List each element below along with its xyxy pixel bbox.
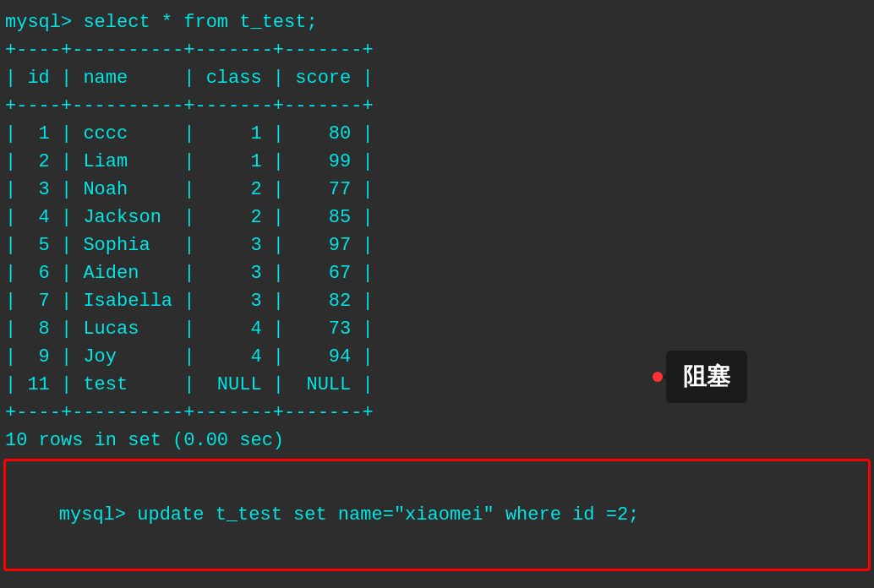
update-command-text: mysql> update t_test set name="xiaomei" … — [59, 504, 640, 525]
table-row-6: | 6 | Aiden | 3 | 67 | — [5, 259, 869, 287]
table-header: | id | name | class | score | — [5, 64, 869, 92]
table-row-5: | 5 | Sophia | 3 | 97 | — [5, 231, 869, 259]
table-row-8: | 8 | Lucas | 4 | 73 | — [5, 315, 869, 343]
select-query-text: mysql> select * from t_test; — [5, 8, 318, 36]
tooltip-bubble: 阻塞 — [666, 351, 747, 403]
table-row-1: | 1 | cccc | 1 | 80 | — [5, 120, 869, 148]
table-row-2: | 2 | Liam | 1 | 99 | — [5, 148, 869, 176]
table-row-7: | 7 | Isabella | 3 | 82 | — [5, 287, 869, 315]
result-count-line: 10 rows in set (0.00 sec) — [0, 427, 874, 455]
select-query-line: mysql> select * from t_test; — [0, 8, 874, 36]
separator-top: +----+----------+-------+-------+ — [5, 36, 869, 64]
tooltip-text: 阻塞 — [683, 363, 730, 389]
terminal-window: mysql> select * from t_test; +----+-----… — [0, 0, 874, 588]
table-row-3: | 3 | Noah | 2 | 77 | — [5, 176, 869, 204]
update-command-box: mysql> update t_test set name="xiaomei" … — [3, 459, 871, 571]
separator-header: +----+----------+-------+-------+ — [5, 92, 869, 120]
tooltip-container: 阻塞 — [653, 351, 747, 403]
table-row-4: | 4 | Jackson | 2 | 85 | — [5, 204, 869, 231]
